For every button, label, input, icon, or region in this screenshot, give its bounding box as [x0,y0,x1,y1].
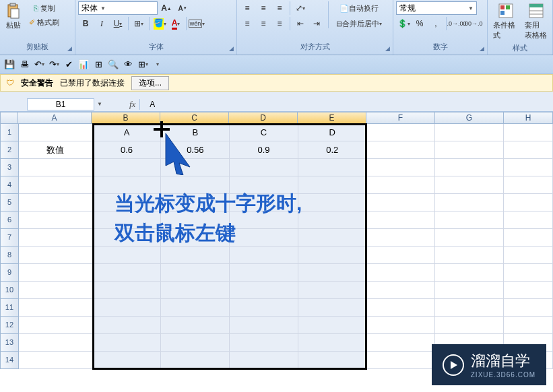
cell-F1[interactable] [367,124,436,141]
font-color-button[interactable]: A▾ [168,17,183,30]
cell-E13[interactable] [298,334,367,352]
align-center-button[interactable]: ≡ [256,17,271,30]
cell-F11[interactable] [367,299,436,317]
cell-B2[interactable]: 0.6 [93,141,162,159]
cell-D6[interactable] [230,211,298,229]
cell-D10[interactable] [230,282,298,299]
row-header-2[interactable]: 2 [0,141,19,159]
phonetic-button[interactable]: wén▾ [189,17,204,30]
cell-H4[interactable] [504,176,553,194]
cell-D8[interactable] [230,247,298,264]
row-header-12[interactable]: 12 [0,317,19,334]
cell-H8[interactable] [504,247,553,264]
cell-D2[interactable]: 0.9 [230,141,298,159]
name-box-dd[interactable]: ▼ [97,101,102,107]
cell-E1[interactable]: D [298,124,367,141]
qat-btn-5[interactable]: ✔ [62,58,75,71]
cell-H11[interactable] [504,299,553,317]
print-button[interactable]: 🖶 [18,58,31,71]
cell-F9[interactable] [367,264,436,282]
select-all-corner[interactable] [0,112,18,124]
row-header-5[interactable]: 5 [0,194,19,211]
cell-E8[interactable] [298,247,367,264]
cell-D9[interactable] [230,264,298,282]
number-format-combo[interactable]: 常规▼ [396,1,477,15]
row-header-8[interactable]: 8 [0,247,19,264]
security-options-button[interactable]: 选项... [131,76,169,90]
inc-decimal-button[interactable]: .0→.00 [449,17,464,30]
cell-G10[interactable] [435,282,504,299]
qat-btn-6[interactable]: 📊 [77,58,90,71]
cell-F4[interactable] [367,176,436,194]
align-right-button[interactable]: ≡ [272,17,287,30]
cell-E9[interactable] [298,264,367,282]
cell-D4[interactable] [230,176,298,194]
cell-C11[interactable] [161,299,230,317]
cell-A1[interactable] [19,124,93,141]
cell-C14[interactable] [161,352,230,369]
cell-F7[interactable] [367,229,436,247]
cell-G7[interactable] [435,229,504,247]
cell-C9[interactable] [161,264,230,282]
cell-B1[interactable]: A [93,124,162,141]
cell-H6[interactable] [504,211,553,229]
col-header-B[interactable]: B [92,112,160,124]
currency-button[interactable]: 💲▾ [396,17,411,30]
cell-A6[interactable] [19,211,93,229]
cell-F8[interactable] [367,247,436,264]
row-header-6[interactable]: 6 [0,211,19,229]
cell-B4[interactable] [93,176,162,194]
cell-G11[interactable] [435,299,504,317]
cell-H12[interactable] [504,317,553,334]
dialog-launcher-number[interactable]: ◢ [478,45,486,53]
orientation-button[interactable]: ⤢▾ [293,1,308,15]
cell-G9[interactable] [435,264,504,282]
dialog-launcher-clipboard[interactable]: ◢ [65,45,73,53]
cell-E4[interactable] [298,176,367,194]
save-button[interactable]: 💾 [3,58,16,71]
cell-A7[interactable] [19,229,93,247]
cell-E6[interactable] [298,211,367,229]
cell-G2[interactable] [435,141,504,159]
cell-E10[interactable] [298,282,367,299]
cell-A11[interactable] [19,299,93,317]
cell-F14[interactable] [367,352,436,369]
col-header-C[interactable]: C [160,112,229,124]
table-format-button[interactable]: 套用 表格格 [522,1,550,42]
cell-B9[interactable] [93,264,162,282]
cell-E2[interactable]: 0.2 [298,141,367,159]
cell-C3[interactable] [161,159,230,176]
copy-button[interactable]: ⎘ 复制 [26,1,63,15]
cell-G8[interactable] [435,247,504,264]
cell-B10[interactable] [93,282,162,299]
conditional-format-button[interactable]: 条件格式 [490,1,521,42]
cell-B13[interactable] [93,334,162,352]
cell-C4[interactable] [161,176,230,194]
cell-H9[interactable] [504,264,553,282]
cell-F5[interactable] [367,194,436,211]
cell-C1[interactable]: B [161,124,230,141]
cell-B14[interactable] [93,352,162,369]
qat-btn-9[interactable]: 👁 [121,58,135,71]
cell-B6[interactable] [93,211,162,229]
align-left-button[interactable]: ≡ [240,17,255,30]
row-header-13[interactable]: 13 [0,334,19,352]
cell-F12[interactable] [367,317,436,334]
row-header-14[interactable]: 14 [0,352,19,369]
align-middle-button[interactable]: ≡ [256,1,271,15]
fx-icon[interactable]: fx [129,99,135,110]
cell-D3[interactable] [230,159,298,176]
cell-H2[interactable] [504,141,553,159]
align-top-button[interactable]: ≡ [240,1,255,15]
col-header-A[interactable]: A [18,112,92,124]
cell-E5[interactable] [298,194,367,211]
merge-center-button[interactable]: ⊟ 合并后居中▾ [333,17,385,30]
cell-A2[interactable]: 数值 [19,141,93,159]
cell-B3[interactable] [93,159,162,176]
cell-D12[interactable] [230,317,298,334]
row-header-3[interactable]: 3 [0,159,19,176]
cell-C12[interactable] [161,317,230,334]
qat-btn-10[interactable]: ⊞▾ [136,58,150,71]
qat-customize[interactable]: ▾ [151,58,164,71]
undo-button[interactable]: ↶▾ [32,58,46,71]
